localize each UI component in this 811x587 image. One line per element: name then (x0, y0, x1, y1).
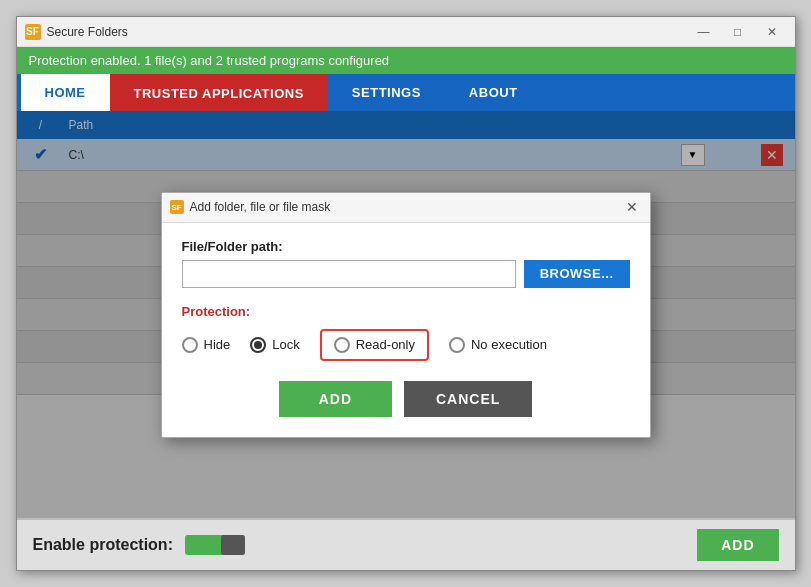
radio-hide-label: Hide (204, 337, 231, 352)
modal-close-button[interactable]: ✕ (622, 197, 642, 217)
bottom-bar: Enable protection: ADD (17, 518, 795, 570)
toggle-bar[interactable] (185, 535, 245, 555)
protection-options: Hide Lock Read-only (182, 329, 630, 361)
modal-titlebar: SF Add folder, file or file mask ✕ (162, 193, 650, 223)
tab-settings[interactable]: SETTINGS (328, 74, 445, 111)
radio-noexec[interactable]: No execution (449, 337, 547, 353)
app-icon-label: SF (26, 26, 39, 37)
cancel-button[interactable]: CANCEL (404, 381, 532, 417)
add-button[interactable]: ADD (279, 381, 392, 417)
modal-overlay: SF Add folder, file or file mask ✕ File/… (17, 111, 795, 518)
modal-icon-label: SF (171, 203, 181, 212)
main-window: SF Secure Folders — □ ✕ Protection enabl… (16, 16, 796, 571)
radio-readonly-label: Read-only (356, 337, 415, 352)
window-controls: — □ ✕ (689, 22, 787, 42)
radio-lock-label: Lock (272, 337, 299, 352)
tab-home[interactable]: HOME (21, 74, 110, 111)
modal-body: File/Folder path: BROWSE... Protection: … (162, 223, 650, 437)
toggle-handle (221, 535, 245, 555)
close-button[interactable]: ✕ (757, 22, 787, 42)
radio-readonly[interactable]: Read-only (320, 329, 429, 361)
app-icon: SF (25, 24, 41, 40)
statusbar: Protection enabled. 1 file(s) and 2 trus… (17, 47, 795, 74)
protection-toggle-label: Enable protection: (33, 536, 173, 554)
tab-about[interactable]: ABOUT (445, 74, 542, 111)
radio-noexec-label: No execution (471, 337, 547, 352)
main-content: / Path ✔ C:\ ▼ ✕ (17, 111, 795, 518)
radio-lock-circle (250, 337, 266, 353)
status-text: Protection enabled. 1 file(s) and 2 trus… (29, 53, 390, 68)
protection-label: Protection: (182, 304, 630, 319)
path-input[interactable] (182, 260, 516, 288)
toggle-container[interactable] (185, 535, 245, 555)
minimize-button[interactable]: — (689, 22, 719, 42)
modal-actions: ADD CANCEL (182, 381, 630, 417)
path-row: BROWSE... (182, 260, 630, 288)
radio-readonly-circle (334, 337, 350, 353)
path-field-label: File/Folder path: (182, 239, 630, 254)
tab-trusted-applications[interactable]: TRUSTED APPLICATIONS (110, 74, 328, 111)
radio-hide-circle (182, 337, 198, 353)
add-bottom-button[interactable]: ADD (697, 529, 778, 561)
nav-tabs: HOME TRUSTED APPLICATIONS SETTINGS ABOUT (17, 74, 795, 111)
titlebar: SF Secure Folders — □ ✕ (17, 17, 795, 47)
modal-title: Add folder, file or file mask (190, 200, 622, 214)
radio-lock[interactable]: Lock (250, 337, 299, 353)
radio-hide[interactable]: Hide (182, 337, 231, 353)
window-title: Secure Folders (47, 25, 689, 39)
radio-noexec-circle (449, 337, 465, 353)
maximize-button[interactable]: □ (723, 22, 753, 42)
add-dialog: SF Add folder, file or file mask ✕ File/… (161, 192, 651, 438)
modal-app-icon: SF (170, 200, 184, 214)
browse-button[interactable]: BROWSE... (524, 260, 630, 288)
